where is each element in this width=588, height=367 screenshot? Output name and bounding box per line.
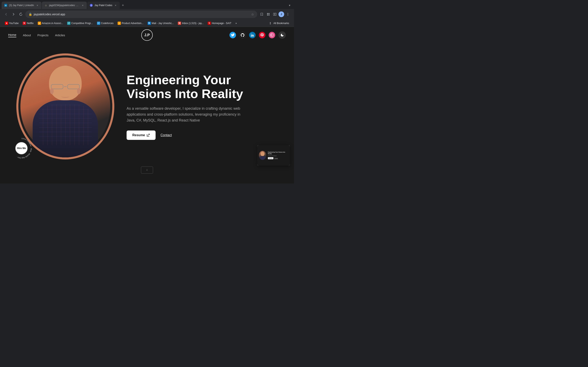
tab-github[interactable]: ⬡ jayp0234/jaypatelcodes: Cra... ✕ [42, 2, 87, 9]
thumbnail-title: Engineering Your Visions Into Reality [268, 151, 288, 155]
bookmarks-end: All Bookmarks [268, 21, 291, 25]
site-nav: Home About Projects Articles J.P [0, 27, 294, 43]
github-favicon: ⬡ [44, 4, 48, 7]
svg-point-19 [251, 34, 251, 34]
browser-frame: in (3) Jay Patel | LinkedIn ✕ ⬡ jayp0234… [0, 0, 294, 27]
svg-point-14 [288, 15, 288, 16]
profile-avatar[interactable]: J [278, 11, 284, 17]
codeforces-favicon: CF [97, 22, 100, 25]
bookmark-competitive-label: Competitive Progr... [71, 22, 93, 25]
dark-mode-toggle[interactable] [278, 31, 286, 39]
hero-section: UI/UX Designer · Web · Mobile App Dev · … [0, 43, 294, 174]
nav-social-icons [229, 31, 286, 39]
gmail-favicon: M [178, 22, 181, 25]
thumbnail-inner: Engineering Your Visions Into Reality So… [257, 145, 290, 166]
all-bookmarks-button[interactable]: All Bookmarks [268, 21, 291, 25]
tab-github-close[interactable]: ✕ [81, 4, 84, 7]
tab-bar: in (3) Jay Patel | LinkedIn ✕ ⬡ jayp0234… [0, 0, 294, 9]
nav-home[interactable]: Home [8, 33, 16, 37]
svg-text:J: J [91, 4, 92, 7]
svg-rect-9 [268, 15, 269, 16]
bookmark-product-label: Product Advertisin... [122, 22, 144, 25]
address-star-icon[interactable]: ☆ [251, 12, 254, 16]
dribbble-link[interactable] [269, 32, 275, 38]
hero-title: Engineering Your Visions Into Reality [127, 73, 278, 101]
twitter-link[interactable] [229, 32, 236, 38]
tab-bar-end: ▾ [287, 2, 292, 8]
github-link[interactable] [239, 32, 246, 38]
thumbnail-content: Engineering Your Visions Into Reality So… [266, 151, 288, 159]
hire-me-label: Hire Me [17, 147, 26, 150]
toolbar: 🔒 jaypatelcodes.vercel.app ☆ J [0, 9, 294, 20]
portfolio-favicon: J [90, 4, 93, 7]
scroll-indicator [141, 166, 153, 174]
thumbnail-preview: Engineering Your Visions Into Reality So… [257, 145, 290, 166]
svg-rect-11 [275, 13, 276, 16]
back-button[interactable] [3, 11, 9, 17]
svg-point-12 [288, 13, 288, 14]
bookmarks-bar: YouTube N Netflix a Amazon.in Associ... … [0, 20, 294, 27]
linkedin-link[interactable] [249, 32, 256, 38]
split-tab-button[interactable] [272, 11, 278, 17]
nav-about[interactable]: About [23, 33, 31, 37]
bookmark-netflix[interactable]: N Netflix [21, 21, 35, 26]
toolbar-actions: J [259, 11, 291, 17]
bookmark-competitive[interactable]: CP Competitive Progr... [66, 21, 94, 26]
bookmark-amazon[interactable]: a Amazon.in Associ... [36, 21, 65, 26]
svg-rect-8 [267, 15, 268, 16]
site-logo[interactable]: J.P [141, 29, 153, 41]
youtube-favicon [5, 22, 8, 25]
bookmark-product[interactable]: a Product Advertisin... [116, 21, 145, 26]
svg-text:in: in [5, 4, 7, 7]
nav-articles[interactable]: Articles [55, 33, 65, 37]
svg-text:⬡: ⬡ [45, 4, 47, 7]
bookmark-youtube[interactable]: YouTube [3, 21, 20, 26]
netflix-favicon: N [23, 22, 26, 25]
bookmark-codeforces[interactable]: CF Codeforces [95, 21, 115, 26]
address-lock-icon: 🔒 [29, 13, 32, 16]
external-link-icon [147, 133, 150, 137]
nav-projects[interactable]: Projects [37, 33, 48, 37]
competitive-favicon: CP [67, 22, 70, 25]
bookmark-sait[interactable]: S Homepage - SAIT [206, 21, 233, 26]
more-bookmarks-button[interactable]: » [234, 21, 238, 25]
amazon-favicon: a [38, 22, 41, 25]
pinterest-link[interactable] [259, 32, 265, 38]
tab-linkedin-title: (3) Jay Patel | LinkedIn [9, 4, 34, 7]
svg-marker-15 [6, 22, 7, 24]
tab-linkedin-close[interactable]: ✕ [36, 4, 39, 7]
thumbnail-buttons: Resume Contact [268, 157, 288, 159]
reload-button[interactable] [18, 11, 24, 17]
svg-rect-17 [270, 24, 271, 24]
tab-linkedin[interactable]: in (3) Jay Patel | LinkedIn ✕ [2, 2, 42, 9]
resume-button[interactable]: Resume [127, 131, 156, 140]
bookmark-gmail-label: Inbox (1,515) - jay... [182, 22, 204, 25]
bookmark-gmail[interactable]: M Inbox (1,515) - jay... [176, 21, 205, 26]
contact-link[interactable]: Contact [160, 133, 172, 137]
hero-content: Engineering Your Visions Into Reality As… [114, 73, 278, 140]
svg-rect-18 [251, 35, 251, 37]
bookmark-netflix-label: Netflix [27, 22, 34, 25]
svg-rect-10 [273, 13, 275, 16]
extensions-button[interactable] [265, 11, 271, 17]
hero-description: As a versatile software developer, I spe… [127, 106, 241, 123]
tab-portfolio[interactable]: J Jay Patel Codes ✕ [87, 2, 120, 9]
nav-links: Home About Projects Articles [8, 33, 65, 37]
bookmark-mail[interactable]: M Mail - Jay Umeshc... [146, 21, 176, 26]
bookmark-youtube-label: YouTube [9, 22, 18, 25]
bookmark-button[interactable] [259, 11, 265, 17]
mail-favicon: M [148, 22, 151, 25]
bookmark-mail-label: Mail - Jay Umeshc... [152, 22, 174, 25]
tab-github-title: jayp0234/jaypatelcodes: Cra... [49, 4, 79, 7]
forward-button[interactable] [11, 11, 16, 17]
address-bar[interactable]: 🔒 jaypatelcodes.vercel.app ☆ [25, 11, 257, 18]
tab-list-button[interactable]: ▾ [287, 2, 292, 8]
resume-label: Resume [132, 133, 145, 137]
tab-portfolio-close[interactable]: ✕ [114, 4, 117, 7]
hero-buttons: Resume Contact [127, 131, 278, 140]
new-tab-button[interactable]: + [120, 2, 126, 8]
bookmark-codeforces-label: Codeforces [101, 22, 113, 25]
svg-rect-6 [267, 13, 268, 14]
hire-me-badge[interactable]: UI/UX Designer · Web · Mobile App Dev · … [10, 137, 35, 161]
menu-button[interactable] [285, 11, 291, 17]
